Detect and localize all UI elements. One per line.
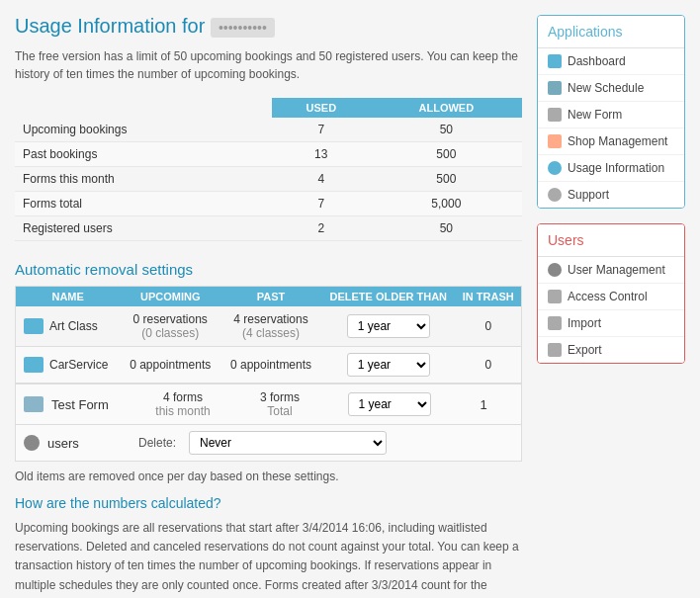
apps-title: Applications	[538, 16, 684, 48]
usage-allowed: 50	[371, 118, 522, 142]
sidebar-item-import[interactable]: Import	[538, 310, 684, 337]
form-name: Test Form	[51, 397, 131, 412]
col-header-used: USED	[272, 98, 371, 118]
form-row: Test Form 4 forms this month 3 forms Tot…	[16, 384, 521, 425]
row-icon	[24, 357, 44, 373]
removal-in-trash: 0	[456, 306, 521, 347]
usage-used: 2	[272, 216, 371, 241]
users-label: users	[47, 436, 131, 451]
usage-allowed: 500	[371, 167, 522, 192]
delete-older-select[interactable]: 1 year 6 months Never	[347, 314, 430, 338]
row-name: CarService	[49, 358, 108, 372]
usage-label: Registered users	[15, 216, 272, 241]
calc-text: Upcoming bookings are all reservations t…	[15, 519, 522, 598]
usage-row: Forms this month 4 500	[15, 167, 522, 192]
form-in-trash: 1	[454, 397, 513, 412]
removal-name-cell: CarService	[16, 347, 120, 384]
sidebar-item-export[interactable]: Export	[538, 337, 684, 363]
removal-table-wrapper: NAMEUPCOMINGPASTDELETE OLDER THANIN TRAS…	[15, 286, 522, 384]
sidebar-item-label: New Schedule	[568, 81, 644, 95]
removal-table: NAMEUPCOMINGPASTDELETE OLDER THANIN TRAS…	[16, 287, 521, 384]
schedule-icon	[548, 81, 562, 95]
usage-label: Forms this month	[15, 167, 272, 192]
sidebar-item-shop[interactable]: Shop Management	[538, 128, 684, 155]
removal-name-cell: Art Class	[16, 306, 120, 347]
removal-col-header: DELETE OLDER THAN	[321, 287, 456, 306]
dashboard-icon	[548, 54, 562, 68]
shop-icon	[548, 134, 562, 148]
export-icon	[548, 343, 562, 357]
row-icon	[24, 318, 44, 334]
sidebar-item-label: New Form	[568, 108, 622, 122]
removal-row: CarService 0 appointments 0 appointments…	[16, 347, 521, 384]
sidebar-item-label: Import	[568, 316, 601, 330]
form-upcoming: 4 forms this month	[138, 390, 227, 418]
removal-col-header: NAME	[16, 287, 120, 306]
usage-label: Past bookings	[15, 142, 272, 167]
usage-row: Forms total 7 5,000	[15, 192, 522, 216]
removal-upcoming: 0 reservations(0 classes)	[120, 306, 220, 347]
removal-past: 0 appointments	[220, 347, 321, 384]
usage-row: Past bookings 13 500	[15, 142, 522, 167]
sidebar-item-info[interactable]: Usage Information	[538, 155, 684, 182]
usage-used: 4	[272, 167, 371, 192]
sidebar-item-label: Support	[568, 188, 609, 202]
page-title: Usage Information for ••••••••••	[15, 15, 522, 38]
access-icon	[548, 290, 562, 303]
usage-label: Upcoming bookings	[15, 118, 272, 142]
delete-label: Delete:	[138, 436, 176, 450]
removal-delete-older[interactable]: 1 year 6 months Never	[321, 306, 456, 347]
usage-row: Registered users 2 50	[15, 216, 522, 241]
removal-in-trash: 0	[456, 347, 521, 384]
sidebar-item-label: Export	[568, 343, 602, 357]
usage-used: 7	[272, 118, 371, 142]
sidebar-item-support[interactable]: Support	[538, 182, 684, 208]
form-icon	[24, 396, 44, 412]
users-box: Users User ManagementAccess ControlImpor…	[537, 223, 685, 364]
removal-note: Old items are removed once per day based…	[15, 470, 522, 483]
sidebar-item-access[interactable]: Access Control	[538, 284, 684, 310]
apps-box: Applications DashboardNew ScheduleNew Fo…	[537, 15, 685, 209]
form-past: 3 forms Total	[235, 390, 324, 418]
sidebar-item-label: Usage Information	[568, 161, 664, 175]
usage-used: 7	[272, 192, 371, 216]
sidebar: Applications DashboardNew ScheduleNew Fo…	[537, 15, 685, 598]
sidebar-item-form[interactable]: New Form	[538, 102, 684, 128]
col-header-allowed: ALLOWED	[371, 98, 522, 118]
title-text: Usage Information for	[15, 15, 205, 37]
removal-col-header: UPCOMING	[120, 287, 220, 306]
sidebar-item-label: Shop Management	[568, 134, 667, 148]
users-row: users Delete: Never 1 year 6 months	[16, 425, 521, 461]
removal-col-header: IN TRASH	[456, 287, 521, 306]
usage-allowed: 5,000	[371, 192, 522, 216]
how-calculated-title: How are the numbers calculated?	[15, 495, 522, 511]
usage-used: 13	[272, 142, 371, 167]
sidebar-item-label: User Management	[568, 263, 665, 277]
user-icon	[24, 435, 40, 451]
sidebar-item-schedule[interactable]: New Schedule	[538, 75, 684, 102]
usage-row: Upcoming bookings 7 50	[15, 118, 522, 142]
sidebar-item-dashboard[interactable]: Dashboard	[538, 48, 684, 75]
sidebar-item-user-mgmt[interactable]: User Management	[538, 257, 684, 284]
description-text: The free version has a limit of 50 upcom…	[15, 47, 522, 83]
form-delete-select[interactable]: 1 year 6 months 3 months Never	[348, 392, 431, 416]
usage-table: USED ALLOWED Upcoming bookings 7 50 Past…	[15, 98, 522, 241]
info-icon	[548, 161, 562, 175]
removal-delete-older[interactable]: 1 year 6 months Never	[321, 347, 456, 384]
account-name: ••••••••••	[211, 18, 275, 38]
form-delete-older: 1 year 6 months 3 months Never	[332, 392, 446, 416]
col-header-name	[15, 98, 272, 118]
sidebar-item-label: Dashboard	[568, 54, 626, 68]
usage-allowed: 500	[371, 142, 522, 167]
removal-past: 4 reservations(4 classes)	[220, 306, 321, 347]
removal-upcoming: 0 appointments	[120, 347, 220, 384]
form-icon	[548, 108, 562, 122]
usage-allowed: 50	[371, 216, 522, 241]
delete-older-select[interactable]: 1 year 6 months Never	[347, 353, 430, 377]
import-icon	[548, 316, 562, 330]
usage-label: Forms total	[15, 192, 272, 216]
lower-section: Test Form 4 forms this month 3 forms Tot…	[15, 384, 522, 462]
users-delete-select[interactable]: Never 1 year 6 months	[189, 431, 387, 455]
removal-row: Art Class 0 reservations(0 classes) 4 re…	[16, 306, 521, 347]
removal-section-title: Automatic removal settings	[15, 261, 522, 278]
